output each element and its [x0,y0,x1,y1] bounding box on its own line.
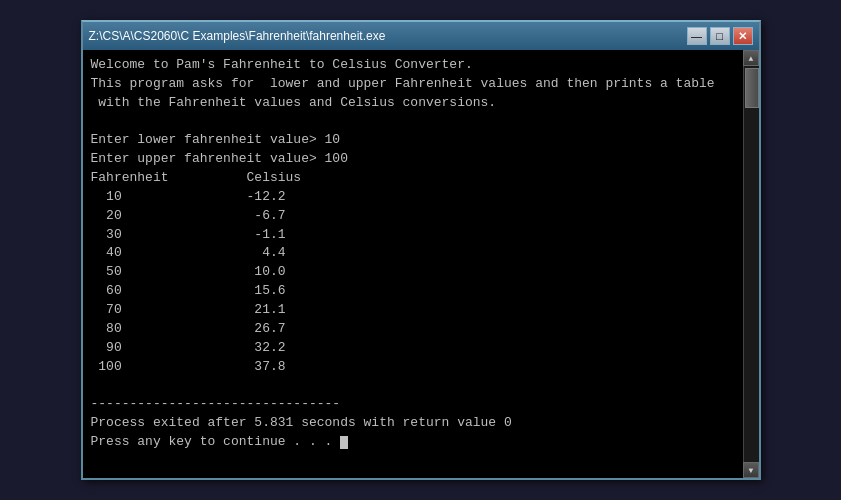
maximize-button[interactable]: □ [710,27,730,45]
scroll-track[interactable] [744,66,759,462]
window-title: Z:\CS\A\CS2060\C Examples\Fahrenheit\fah… [89,29,386,43]
console-output: Welcome to Pam's Fahrenheit to Celsius C… [83,50,743,478]
cursor [340,436,348,449]
scroll-down-arrow[interactable]: ▼ [743,462,759,478]
titlebar-buttons: — □ ✕ [687,27,753,45]
close-button[interactable]: ✕ [733,27,753,45]
scroll-thumb[interactable] [745,68,759,108]
window-body: Welcome to Pam's Fahrenheit to Celsius C… [83,50,759,478]
scroll-up-arrow[interactable]: ▲ [743,50,759,66]
titlebar: Z:\CS\A\CS2060\C Examples\Fahrenheit\fah… [83,22,759,50]
scrollbar[interactable]: ▲ ▼ [743,50,759,478]
console-window: Z:\CS\A\CS2060\C Examples\Fahrenheit\fah… [81,20,761,480]
minimize-button[interactable]: — [687,27,707,45]
